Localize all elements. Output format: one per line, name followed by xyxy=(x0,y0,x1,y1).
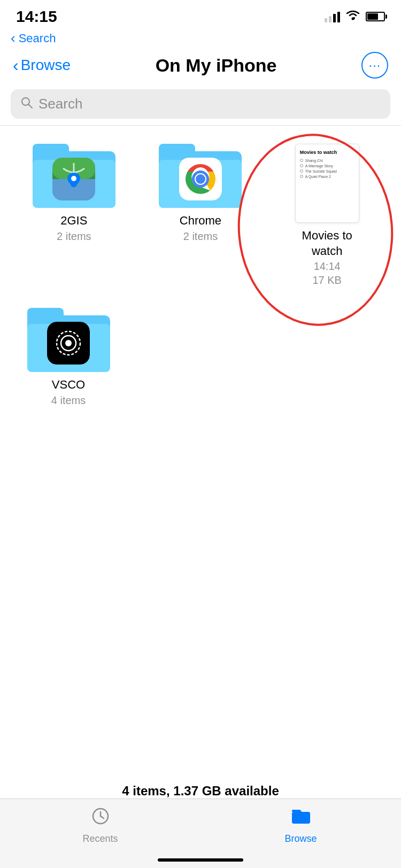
back-chevron-icon: ‹ xyxy=(11,30,16,46)
file-name-chrome: Chrome xyxy=(180,213,221,229)
battery-icon xyxy=(366,12,385,21)
file-time-movies: 14:14 xyxy=(314,260,341,273)
svg-line-2 xyxy=(29,104,33,108)
browse-folder-icon xyxy=(291,807,311,831)
more-icon: ··· xyxy=(368,58,381,73)
file-item-vsco[interactable]: VSCO 4 items xyxy=(11,303,126,412)
tab-bar: Recents Browse xyxy=(0,799,401,868)
file-name-movies: Movies towatch xyxy=(302,228,352,259)
folder-icon-chrome xyxy=(159,144,242,208)
svg-point-11 xyxy=(196,174,205,184)
back-search-label: Search xyxy=(19,32,56,45)
status-time: 14:15 xyxy=(16,7,57,26)
nav-header: ‹ Browse On My iPhone ··· xyxy=(0,49,401,85)
file-item-2gis[interactable]: 2GIS 2 items xyxy=(11,138,137,292)
doc-preview-movies: Movies to watch Shang-Chi A Marriage Sto… xyxy=(295,144,359,223)
back-search-button[interactable]: ‹ Search xyxy=(11,30,56,46)
status-icons xyxy=(325,10,385,24)
storage-status: 4 items, 1.37 GB available xyxy=(0,784,401,799)
home-indicator xyxy=(158,858,243,862)
files-grid: 2GIS 2 items xyxy=(0,126,401,292)
recents-icon xyxy=(91,807,110,831)
doc-preview-title: Movies to watch xyxy=(300,150,354,156)
tab-browse-label: Browse xyxy=(284,833,317,844)
search-bar[interactable]: Search xyxy=(11,89,390,119)
search-placeholder: Search xyxy=(38,96,82,112)
folder-icon-vsco xyxy=(27,308,110,372)
svg-point-7 xyxy=(71,176,76,181)
file-item-movies[interactable]: Movies to watch Shang-Chi A Marriage Sto… xyxy=(264,138,390,292)
status-bar: 14:15 xyxy=(0,0,401,29)
tab-recents-label: Recents xyxy=(82,833,118,844)
file-name-2gis: 2GIS xyxy=(60,213,87,229)
file-meta-chrome: 2 items xyxy=(183,230,218,243)
more-button[interactable]: ··· xyxy=(361,52,388,79)
svg-rect-20 xyxy=(292,812,310,824)
files-grid-row2: VSCO 4 items xyxy=(0,292,401,412)
back-row: ‹ Search xyxy=(0,29,401,49)
file-size-movies: 17 KB xyxy=(312,274,341,286)
browse-label: Browse xyxy=(21,57,71,74)
svg-rect-5 xyxy=(52,189,95,200)
signal-icon xyxy=(325,11,340,22)
file-meta-vsco: 4 items xyxy=(51,394,86,407)
page-title: On My iPhone xyxy=(156,55,277,76)
wifi-icon xyxy=(345,10,360,24)
file-item-chrome[interactable]: Chrome 2 items xyxy=(137,138,264,292)
tab-recents[interactable]: Recents xyxy=(68,807,133,844)
browse-button[interactable]: ‹ Browse xyxy=(13,56,71,75)
file-meta-2gis: 2 items xyxy=(57,230,91,243)
tab-browse[interactable]: Browse xyxy=(269,807,333,844)
svg-point-0 xyxy=(352,18,354,20)
browse-chevron-icon: ‹ xyxy=(13,56,19,75)
search-container: Search xyxy=(0,85,401,125)
svg-point-15 xyxy=(65,340,72,346)
search-icon xyxy=(20,96,33,112)
file-name-vsco: VSCO xyxy=(52,377,85,393)
folder-icon-2gis xyxy=(33,144,115,208)
svg-line-18 xyxy=(101,816,104,818)
